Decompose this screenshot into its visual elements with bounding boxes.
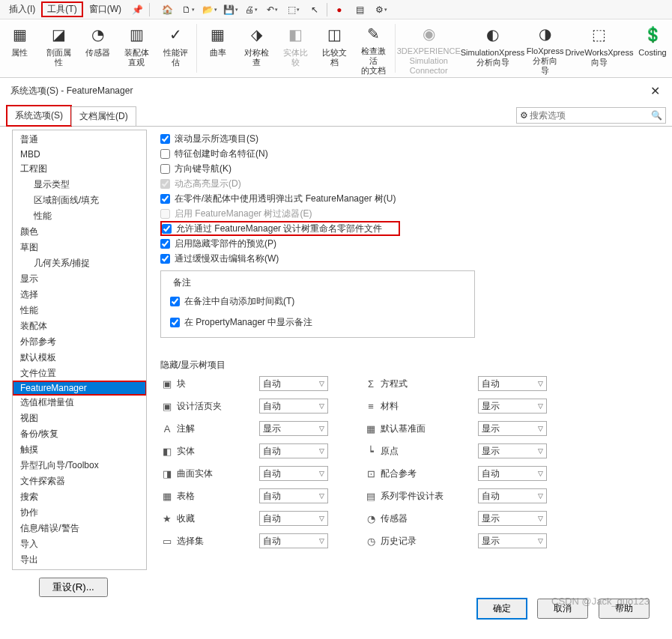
menu-tools[interactable]: 工具(T) bbox=[41, 1, 82, 17]
sidebar-item-性能[interactable]: 性能 bbox=[13, 303, 146, 318]
sidebar-item-性能[interactable]: 性能 bbox=[13, 208, 146, 224]
sidebar-item-搜索[interactable]: 搜索 bbox=[13, 489, 146, 505]
sidebar-item-默认模板[interactable]: 默认模板 bbox=[13, 350, 146, 366]
sidebar-item-显示类型[interactable]: 显示类型 bbox=[13, 177, 146, 193]
sidebar-item-外部参考[interactable]: 外部参考 bbox=[13, 334, 146, 350]
options-sidebar[interactable]: 普通MBD工程图显示类型区域剖面线/填充性能颜色草图几何关系/捕捉显示选择性能装… bbox=[12, 130, 147, 570]
pin-icon[interactable]: 📌 bbox=[132, 4, 143, 15]
tree-select-l-7[interactable]: 自动▽ bbox=[259, 533, 328, 548]
sidebar-item-信息/错误/警告[interactable]: 信息/错误/警告 bbox=[13, 521, 146, 536]
check-6[interactable] bbox=[162, 224, 172, 234]
tree-select-r-7[interactable]: 显示▽ bbox=[478, 533, 547, 548]
save-icon[interactable]: 💾▾ bbox=[220, 1, 241, 18]
tree-select-r-6[interactable]: 显示▽ bbox=[478, 511, 547, 526]
check-8[interactable] bbox=[160, 254, 170, 264]
search-options[interactable]: ⚙ 🔍 bbox=[516, 107, 666, 124]
sidebar-item-导出[interactable]: 导出 bbox=[13, 552, 146, 568]
sidebar-item-备份/恢复[interactable]: 备份/恢复 bbox=[13, 426, 146, 442]
tree-icon-r-4: ⊡ bbox=[364, 467, 381, 480]
menu-insert[interactable]: 插入(I) bbox=[3, 1, 41, 17]
sidebar-item-文件探索器[interactable]: 文件探索器 bbox=[13, 473, 146, 489]
settings-icon[interactable]: ⚙▾ bbox=[371, 1, 392, 18]
ribbon-曲率[interactable]: ▦曲率 bbox=[199, 19, 237, 77]
tree-select-l-1[interactable]: 自动▽ bbox=[259, 399, 328, 414]
tree-select-l-3[interactable]: 自动▽ bbox=[259, 443, 328, 458]
ribbon-性能评估[interactable]: ✓性能评估 bbox=[156, 19, 195, 77]
cancel-button[interactable]: 取消 bbox=[537, 599, 588, 619]
select-icon[interactable]: ⬚▾ bbox=[283, 1, 304, 18]
sidebar-item-导入[interactable]: 导入 bbox=[13, 536, 146, 552]
sidebar-item-协作[interactable]: 协作 bbox=[13, 505, 146, 521]
tree-select-r-0[interactable]: 自动▽ bbox=[478, 376, 547, 391]
tree-label-r-5: 系列零件设计表 bbox=[381, 490, 478, 503]
help-button[interactable]: 帮助 bbox=[599, 599, 650, 619]
ok-button[interactable]: 确定 bbox=[477, 599, 527, 619]
sidebar-item-区域剖面线/填充[interactable]: 区域剖面线/填充 bbox=[13, 193, 146, 208]
ribbon-SimulationXpress分析向导[interactable]: ◐SimulationXpress分析向导 bbox=[461, 19, 525, 77]
ribbon-DriveWorksXpress向导[interactable]: ⬚DriveWorksXpress向导 bbox=[566, 19, 633, 77]
open-icon[interactable]: 📂▾ bbox=[199, 1, 220, 18]
ribbon-label: 对称检查 bbox=[244, 48, 269, 67]
check-1[interactable] bbox=[160, 149, 170, 159]
reset-button[interactable]: 重设(R)... bbox=[39, 578, 108, 597]
ribbon-装配体直观[interactable]: ▥装配体直观 bbox=[117, 19, 156, 77]
tree-select-r-5[interactable]: 自动▽ bbox=[478, 488, 547, 503]
search-input[interactable] bbox=[528, 109, 651, 121]
tree-select-r-1[interactable]: 显示▽ bbox=[478, 399, 547, 414]
rebuild-icon[interactable]: ● bbox=[329, 1, 350, 18]
ribbon-FloXpress分析向导[interactable]: ◑FloXpress分析向导 bbox=[524, 19, 566, 77]
ribbon-检查激活的文档[interactable]: ✎检查激活的文档 bbox=[354, 19, 393, 77]
tree-select-r-2[interactable]: 显示▽ bbox=[478, 421, 547, 436]
tree-select-r-3[interactable]: 显示▽ bbox=[478, 443, 547, 458]
dialog-title: 系统选项(S) - FeatureManager bbox=[10, 85, 133, 97]
ribbon-icon: ◐ bbox=[481, 22, 505, 46]
sidebar-item-触摸[interactable]: 触摸 bbox=[13, 442, 146, 458]
ribbon-icon: ◑ bbox=[533, 22, 557, 45]
sidebar-item-选值框增量值[interactable]: 选值框增量值 bbox=[13, 395, 146, 411]
sidebar-item-普通[interactable]: 普通 bbox=[13, 132, 146, 148]
ribbon-比较文档[interactable]: ◫比较文档 bbox=[315, 19, 354, 77]
sidebar-item-文件位置[interactable]: 文件位置 bbox=[13, 366, 146, 381]
ribbon-Costing[interactable]: 💲Costing bbox=[633, 19, 672, 77]
check-4[interactable] bbox=[160, 194, 170, 204]
sidebar-item-几何关系/捕捉[interactable]: 几何关系/捕捉 bbox=[13, 255, 146, 271]
tree-select-l-4[interactable]: 自动▽ bbox=[259, 466, 328, 481]
tree-label-r-2: 默认基准面 bbox=[381, 423, 478, 435]
sidebar-item-FeatureManager[interactable]: FeatureManager bbox=[13, 381, 146, 395]
sidebar-item-草图[interactable]: 草图 bbox=[13, 240, 146, 255]
check-2[interactable] bbox=[160, 164, 170, 174]
ribbon-传感器[interactable]: ◔传感器 bbox=[78, 19, 117, 77]
tree-select-l-0[interactable]: 自动▽ bbox=[259, 376, 328, 391]
options-list-icon[interactable]: ▤ bbox=[350, 1, 371, 18]
menu-window[interactable]: 窗口(W) bbox=[83, 1, 127, 17]
tree-select-l-6[interactable]: 自动▽ bbox=[259, 511, 328, 526]
sidebar-item-异型孔向导/Toolbox[interactable]: 异型孔向导/Toolbox bbox=[13, 458, 146, 473]
sidebar-item-MBD[interactable]: MBD bbox=[13, 148, 146, 161]
sidebar-item-颜色[interactable]: 颜色 bbox=[13, 224, 146, 240]
tab-document-properties[interactable]: 文档属性(D) bbox=[71, 106, 136, 126]
ribbon-icon: ◉ bbox=[417, 22, 441, 45]
tab-system-options[interactable]: 系统选项(S) bbox=[6, 105, 72, 127]
sidebar-item-装配体[interactable]: 装配体 bbox=[13, 318, 146, 334]
ribbon-剖面属性[interactable]: ◪剖面属性 bbox=[39, 19, 78, 77]
tree-select-r-4[interactable]: 自动▽ bbox=[478, 466, 547, 481]
sidebar-item-选择[interactable]: 选择 bbox=[13, 287, 146, 303]
sidebar-item-显示[interactable]: 显示 bbox=[13, 271, 146, 287]
close-icon[interactable]: ✕ bbox=[646, 82, 665, 100]
print-icon[interactable]: 🖨▾ bbox=[241, 1, 262, 18]
tree-select-l-5[interactable]: 自动▽ bbox=[259, 488, 328, 503]
cursor-icon[interactable]: ↖ bbox=[304, 1, 325, 18]
check-7[interactable] bbox=[160, 239, 170, 249]
undo-icon[interactable]: ↶▾ bbox=[262, 1, 283, 18]
chk-show-in-pm[interactable] bbox=[170, 318, 180, 327]
chk-add-timestamp[interactable] bbox=[170, 297, 180, 306]
new-icon[interactable]: 🗋▾ bbox=[178, 1, 199, 18]
home-icon[interactable]: 🏠 bbox=[157, 1, 178, 18]
search-icon[interactable]: 🔍 bbox=[651, 110, 662, 121]
sidebar-item-工程图[interactable]: 工程图 bbox=[13, 161, 146, 177]
check-0[interactable] bbox=[160, 134, 170, 144]
sidebar-item-视图[interactable]: 视图 bbox=[13, 411, 146, 426]
tree-select-l-2[interactable]: 显示▽ bbox=[259, 421, 328, 436]
ribbon-对称检查[interactable]: ⬗对称检查 bbox=[237, 19, 276, 77]
ribbon-属性[interactable]: ▦属性 bbox=[0, 19, 39, 77]
